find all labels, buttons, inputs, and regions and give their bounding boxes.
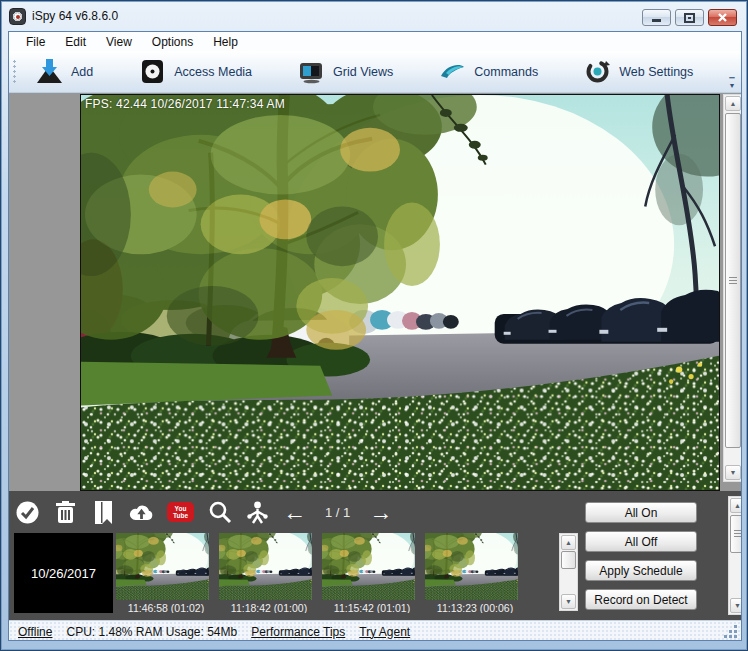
- menu-bar: File Edit View Options Help: [9, 32, 741, 51]
- web-settings-sync-icon: [584, 58, 611, 85]
- try-agent-link[interactable]: Try Agent: [359, 625, 410, 639]
- recording-thumbnail[interactable]: 11:18:42 (01:00): [219, 533, 319, 613]
- camera-view-area: FPS: 42.44 10/26/2017 11:47:34 AM ▲ ▼: [9, 93, 741, 491]
- all-on-button[interactable]: All On: [585, 502, 697, 523]
- resize-grip-icon[interactable]: [725, 626, 737, 638]
- minimize-icon: [651, 13, 662, 22]
- previous-page-arrow[interactable]: ←: [283, 501, 306, 523]
- media-panel: You Tube ← 1 / 1 → 10/26/2017: [9, 491, 741, 620]
- scroll-up-icon[interactable]: ▲: [561, 535, 576, 550]
- menu-help[interactable]: Help: [204, 33, 247, 51]
- youtube-icon[interactable]: You Tube: [167, 502, 194, 522]
- thumbnail-scrollbar[interactable]: ▲ ▼: [559, 533, 578, 611]
- scroll-down-icon[interactable]: ▼: [730, 598, 742, 613]
- web-settings-button[interactable]: Web Settings: [574, 54, 703, 89]
- recording-thumbnail[interactable]: 11:13:23 (00:06): [425, 533, 525, 613]
- toolbar-grip[interactable]: [13, 59, 16, 85]
- select-check-icon[interactable]: [15, 500, 40, 525]
- media-disc-icon: [139, 58, 166, 85]
- client-area: File Edit View Options Help Add: [8, 31, 742, 641]
- main-toolbar: Add Access Media Grid Views: [9, 51, 741, 93]
- minimize-button[interactable]: [642, 9, 671, 26]
- commands-swoosh-icon: [439, 58, 466, 85]
- app-eye-icon: [9, 8, 26, 25]
- share-person-icon[interactable]: [245, 500, 270, 525]
- delete-trash-icon[interactable]: [53, 500, 78, 525]
- app-window: iSpy 64 v6.8.6.0 File Edit View Options …: [0, 0, 748, 651]
- close-button[interactable]: [708, 9, 737, 26]
- media-toolbar: You Tube ← 1 / 1 →: [15, 494, 392, 530]
- cloud-upload-icon[interactable]: [129, 500, 154, 525]
- toolbar-overflow-icon[interactable]: ▔▼: [726, 80, 738, 88]
- bookmark-icon[interactable]: [91, 500, 116, 525]
- add-button[interactable]: Add: [26, 54, 103, 89]
- apply-schedule-button[interactable]: Apply Schedule: [585, 560, 697, 581]
- offline-link[interactable]: Offline: [18, 625, 52, 639]
- add-camera-icon: [36, 58, 63, 85]
- title-bar[interactable]: iSpy 64 v6.8.6.0: [1, 1, 747, 31]
- all-off-button[interactable]: All Off: [585, 531, 697, 552]
- record-on-detect-button[interactable]: Record on Detect: [585, 589, 697, 610]
- scrollbar-thumb[interactable]: [561, 551, 576, 569]
- menu-edit[interactable]: Edit: [56, 33, 95, 51]
- grid-monitor-icon: [298, 58, 325, 85]
- main-vertical-scrollbar[interactable]: ▲ ▼: [723, 94, 742, 482]
- maximize-button[interactable]: [675, 9, 704, 26]
- panel-vertical-scrollbar[interactable]: ▲ ▼: [728, 496, 742, 615]
- scroll-down-icon[interactable]: ▼: [561, 594, 576, 609]
- timeline-date-tile[interactable]: 10/26/2017: [14, 533, 113, 613]
- scrollbar-thumb[interactable]: [730, 515, 742, 553]
- menu-view[interactable]: View: [97, 33, 141, 51]
- status-bar: Offline CPU: 1.48% RAM Usage: 54Mb Perfo…: [9, 620, 741, 641]
- access-media-button[interactable]: Access Media: [129, 54, 262, 89]
- camera-scene: [81, 95, 719, 490]
- grid-views-button[interactable]: Grid Views: [288, 54, 403, 89]
- cpu-ram-usage: CPU: 1.48% RAM Usage: 54Mb: [66, 625, 237, 639]
- close-icon: [717, 13, 728, 23]
- page-indicator: 1 / 1: [325, 505, 350, 520]
- fps-timestamp-overlay: FPS: 42.44 10/26/2017 11:47:34 AM: [85, 97, 285, 111]
- search-icon[interactable]: [207, 500, 232, 525]
- scroll-down-icon[interactable]: ▼: [725, 465, 741, 480]
- menu-file[interactable]: File: [17, 33, 54, 51]
- scrollbar-thumb[interactable]: [725, 113, 741, 448]
- scroll-up-icon[interactable]: ▲: [725, 96, 741, 111]
- maximize-icon: [684, 13, 695, 23]
- recording-thumbnail[interactable]: 11:46:58 (01:02): [116, 533, 216, 613]
- recording-thumbnail[interactable]: 11:15:42 (01:01): [322, 533, 422, 613]
- camera-live-view[interactable]: FPS: 42.44 10/26/2017 11:47:34 AM: [80, 94, 720, 491]
- next-page-arrow[interactable]: →: [369, 501, 392, 523]
- window-title: iSpy 64 v6.8.6.0: [32, 9, 118, 23]
- menu-options[interactable]: Options: [143, 33, 202, 51]
- commands-button[interactable]: Commands: [429, 54, 548, 89]
- performance-tips-link[interactable]: Performance Tips: [251, 625, 345, 639]
- camera-controls: All On All Off Apply Schedule Record on …: [585, 502, 697, 618]
- scroll-up-icon[interactable]: ▲: [730, 498, 742, 513]
